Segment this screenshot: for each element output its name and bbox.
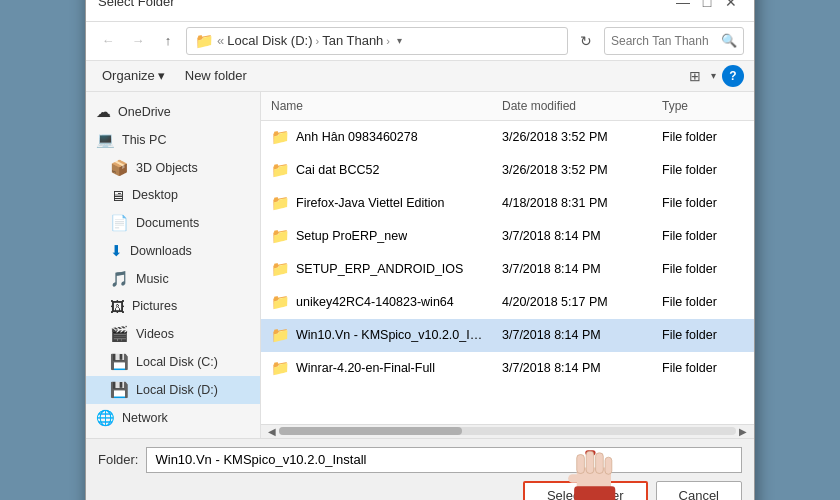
folder-row: Folder: [98,447,742,473]
sidebar-item-locald[interactable]: 💾 Local Disk (D:) [86,376,260,404]
folder-input[interactable] [146,447,742,473]
cancel-button[interactable]: Cancel [656,481,742,501]
file-name: Cai dat BCC52 [296,163,379,177]
view-icon[interactable]: ⊞ [685,66,705,86]
file-row[interactable]: 📁Cai dat BCC52 3/26/2018 3:52 PM File fo… [261,154,754,187]
toolbar-right: ⊞ ▾ ? [685,65,744,87]
search-input[interactable] [611,34,721,48]
folder-icon: 📁 [271,161,290,179]
file-row[interactable]: 📁Firefox-Java Viettel Edition 4/18/2018 … [261,187,754,220]
sidebar-item-localc[interactable]: 💾 Local Disk (C:) [86,348,260,376]
thispc-icon: 💻 [96,131,115,149]
minimize-button[interactable]: — [672,0,694,13]
desktop-icon: 🖥 [110,187,125,204]
videos-icon: 🎬 [110,325,129,343]
select-folder-button[interactable]: Select Folder [523,481,648,501]
file-row[interactable]: 📁unikey42RC4-140823-win64 4/20/2018 5:17… [261,286,754,319]
sidebar-label-locald: Local Disk (D:) [136,383,218,397]
localc-icon: 💾 [110,353,129,371]
select-folder-dialog: Select Folder — □ ✕ ← → ↑ 📁 « Local Disk… [85,0,755,500]
forward-button[interactable]: → [126,29,150,53]
back-button[interactable]: ← [96,29,120,53]
folder-icon: 📁 [271,194,290,212]
network-icon: 🌐 [96,409,115,427]
footer: Folder: Select Folder Cancel [86,438,754,501]
sidebar-item-downloads[interactable]: ⬇ Downloads [86,237,260,265]
file-name: Setup ProERP_new [296,229,407,243]
file-row[interactable]: 📁Winrar-4.20-en-Final-Full 3/7/2018 8:14… [261,352,754,385]
header-name: Name [261,96,494,116]
breadcrumb-part1: Local Disk (D:) [227,33,312,48]
file-list: 📁Anh Hân 0983460278 3/26/2018 3:52 PM Fi… [261,121,754,424]
nav-bar: ← → ↑ 📁 « Local Disk (D:) › Tan Thanh › … [86,22,754,61]
sidebar-item-3dobjects[interactable]: 📦 3D Objects [86,154,260,182]
file-area: Name Date modified Type 📁Anh Hân 0983460… [261,92,754,438]
horizontal-scrollbar[interactable]: ◀ ▶ [261,424,754,438]
folder-icon: 📁 [271,326,290,344]
scroll-left-icon[interactable]: ◀ [265,426,279,437]
sidebar-item-videos[interactable]: 🎬 Videos [86,320,260,348]
sidebar-item-documents[interactable]: 📄 Documents [86,209,260,237]
locald-icon: 💾 [110,381,129,399]
up-button[interactable]: ↑ [156,29,180,53]
file-type: File folder [654,325,754,345]
organize-button[interactable]: Organize ▾ [96,65,171,86]
file-row[interactable]: 📁SETUP_ERP_ANDROID_IOS 3/7/2018 8:14 PM … [261,253,754,286]
folder-icon: 📁 [271,359,290,377]
file-date: 3/7/2018 8:14 PM [494,259,654,279]
refresh-button[interactable]: ↻ [574,29,598,53]
sidebar-label-onedrive: OneDrive [118,105,171,119]
new-folder-button[interactable]: New folder [179,65,253,86]
file-name: Firefox-Java Viettel Edition [296,196,444,210]
file-row-selected[interactable]: 📁Win10.Vn - KMSpico_v10.2.0_Install 3/7/… [261,319,754,352]
sidebar-item-network[interactable]: 🌐 Network [86,404,260,432]
scrollbar-thumb[interactable] [279,427,462,435]
folder-label: Folder: [98,452,138,467]
sidebar-item-thispc[interactable]: 💻 This PC [86,126,260,154]
title-bar: Select Folder — □ ✕ [86,0,754,22]
close-button[interactable]: ✕ [720,0,742,13]
view-dropdown-icon: ▾ [711,70,716,81]
folder-icon: 📁 [271,293,290,311]
file-date: 3/26/2018 3:52 PM [494,160,654,180]
help-button[interactable]: ? [722,65,744,87]
sidebar-label-documents: Documents [136,216,199,230]
sidebar-item-music[interactable]: 🎵 Music [86,265,260,293]
file-row[interactable]: 📁Setup ProERP_new 3/7/2018 8:14 PM File … [261,220,754,253]
sidebar-item-onedrive[interactable]: ☁ OneDrive [86,98,260,126]
sidebar: ☁ OneDrive 💻 This PC 📦 3D Objects 🖥 Desk… [86,92,261,438]
breadcrumb-dropdown-icon: ▾ [397,35,402,46]
file-name: unikey42RC4-140823-win64 [296,295,454,309]
sidebar-label-videos: Videos [136,327,174,341]
title-bar-right: — □ ✕ [672,0,742,13]
title-bar-left: Select Folder [98,0,175,9]
sidebar-item-desktop[interactable]: 🖥 Desktop [86,182,260,209]
maximize-button[interactable]: □ [696,0,718,13]
breadcrumb-separator1: « [217,33,224,48]
breadcrumb-arrow2: › [386,35,390,47]
file-header: Name Date modified Type [261,92,754,121]
toolbar: Organize ▾ New folder ⊞ ▾ ? [86,61,754,92]
search-icon: 🔍 [721,33,737,48]
main-area: ☁ OneDrive 💻 This PC 📦 3D Objects 🖥 Desk… [86,92,754,438]
file-date: 3/7/2018 8:14 PM [494,325,654,345]
sidebar-label-network: Network [122,411,168,425]
sidebar-label-downloads: Downloads [130,244,192,258]
breadcrumb-arrow: › [315,35,319,47]
search-box: 🔍 [604,27,744,55]
pictures-icon: 🖼 [110,298,125,315]
sidebar-item-pictures[interactable]: 🖼 Pictures [86,293,260,320]
file-name: Winrar-4.20-en-Final-Full [296,361,435,375]
file-date: 3/7/2018 8:14 PM [494,358,654,378]
file-name: Anh Hân 0983460278 [296,130,418,144]
sidebar-label-3dobjects: 3D Objects [136,161,198,175]
file-row[interactable]: 📁Anh Hân 0983460278 3/26/2018 3:52 PM Fi… [261,121,754,154]
sidebar-label-music: Music [136,272,169,286]
folder-icon: 📁 [271,227,290,245]
organize-label: Organize [102,68,155,83]
breadcrumb-part2: Tan Thanh [322,33,383,48]
downloads-icon: ⬇ [110,242,123,260]
breadcrumb-bar[interactable]: 📁 « Local Disk (D:) › Tan Thanh › ▾ [186,27,568,55]
scrollbar-track[interactable] [279,427,736,435]
scroll-right-icon[interactable]: ▶ [736,426,750,437]
